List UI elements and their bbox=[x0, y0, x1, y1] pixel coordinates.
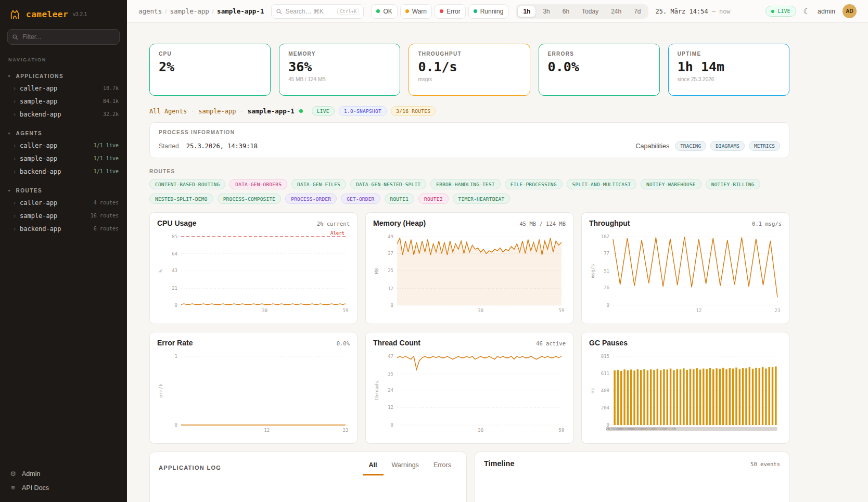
sidebar-item-application[interactable]: › sample-app 84.1k bbox=[0, 95, 127, 108]
svg-text:59: 59 bbox=[343, 308, 349, 313]
svg-text:51: 51 bbox=[604, 268, 609, 274]
breadcrumb-agents[interactable]: agents bbox=[138, 7, 162, 15]
svg-text:102: 102 bbox=[601, 234, 609, 239]
svg-text:43: 43 bbox=[172, 268, 177, 273]
route-chips: CONTENT-BASED-ROUTING DATA-GEN-ORDERS DA… bbox=[149, 179, 789, 204]
sidebar-item-api-docs[interactable]: ≡ API Docs bbox=[9, 484, 118, 492]
daterange-display[interactable]: 25. März 14:54 — now bbox=[656, 8, 731, 15]
chart-card-thread-count: Thread Count 46 active 012243547threads3… bbox=[365, 332, 573, 444]
search-shortcut-kbd: Ctrl+K bbox=[337, 8, 360, 15]
route-chip[interactable]: DATA-GEN-NESTED-SPLIT bbox=[350, 179, 426, 189]
stat-label: UPTIME bbox=[678, 51, 780, 57]
route-chip[interactable]: PROCESS-COMPOSITE bbox=[218, 194, 282, 204]
time-range-button[interactable]: 6h bbox=[557, 6, 575, 17]
stat-label: CPU bbox=[159, 51, 261, 57]
svg-text:Alert: Alert bbox=[330, 230, 344, 236]
moon-icon[interactable]: ☾ bbox=[803, 7, 810, 16]
stat-value: 2% bbox=[159, 59, 261, 74]
chart-title: GC Pauses bbox=[589, 339, 628, 347]
route-chip[interactable]: ROUTE2 bbox=[418, 194, 449, 204]
chart-current-value: 45 MB / 124 MB bbox=[519, 221, 566, 227]
sidebar-item-agent[interactable]: › backend-app 1/1 live bbox=[0, 165, 127, 178]
route-chip[interactable]: DATA-GEN-ORDERS bbox=[229, 179, 287, 189]
sidebar-item-admin[interactable]: ⚙ Admin bbox=[9, 470, 118, 478]
datetime-value: 25. März 14:54 bbox=[656, 8, 708, 15]
section-header-routes[interactable]: ▼ ROUTES bbox=[0, 185, 127, 196]
all-agents-link[interactable]: All Agents bbox=[149, 108, 187, 115]
svg-text:12: 12 bbox=[264, 428, 270, 433]
status-dot-icon bbox=[474, 9, 477, 13]
sidebar-item-agent[interactable]: › caller-app 1/1 live bbox=[0, 139, 127, 152]
app-logo[interactable]: cameleer v3.2.1 bbox=[0, 0, 127, 27]
search-input[interactable]: Search… ⌘K Ctrl+K bbox=[271, 4, 364, 19]
log-tab[interactable]: Errors bbox=[427, 459, 457, 475]
search-icon bbox=[276, 8, 282, 15]
timeline-event-count: 50 events bbox=[750, 461, 780, 467]
topbar-right-cluster: LIVE ☾ admin AD bbox=[765, 4, 857, 18]
footer-label: API Docs bbox=[22, 484, 49, 492]
log-tab[interactable]: All bbox=[363, 459, 384, 475]
charts-grid-row2: Error Rate 0.0% 01err/h1223 Thread Count… bbox=[149, 332, 789, 444]
section-header-agents[interactable]: ▼ AGENTS bbox=[0, 128, 127, 139]
chart-current-value: 0.1 msg/s bbox=[752, 221, 782, 227]
sidebar-item-route[interactable]: › backend-app 6 routes bbox=[0, 222, 127, 235]
svg-text:47: 47 bbox=[388, 354, 393, 359]
time-range-button[interactable]: 24h bbox=[605, 6, 627, 17]
status-filter-chip[interactable]: OK bbox=[371, 4, 397, 19]
capability-chips: TRACING DIAGRAMS METRICS bbox=[675, 141, 780, 151]
sidebar-item-label: caller-app bbox=[20, 199, 57, 207]
sidebar-item-badge: 6 routes bbox=[94, 226, 119, 231]
route-chip[interactable]: PROCESS-ORDER bbox=[285, 194, 337, 204]
chart-title: Throughput bbox=[589, 219, 630, 227]
stat-value: 0.0% bbox=[548, 59, 650, 74]
svg-text:threads: threads bbox=[374, 381, 379, 401]
routes-section: ROUTES CONTENT-BASED-ROUTING DATA-GEN-OR… bbox=[149, 169, 789, 204]
started-label: Started bbox=[159, 143, 179, 150]
sidebar-item-route[interactable]: › sample-app 16 routes bbox=[0, 209, 127, 222]
filter-input[interactable] bbox=[7, 29, 120, 45]
breadcrumb-sample-app[interactable]: sample-app bbox=[170, 7, 209, 15]
chart-title: Error Rate bbox=[157, 339, 193, 347]
stat-label: THROUGHPUT bbox=[418, 51, 520, 57]
status-filter-chip[interactable]: Error bbox=[435, 4, 466, 19]
status-filter-chip[interactable]: Warn bbox=[400, 4, 432, 19]
route-chip[interactable]: NOTIFY-BILLING bbox=[706, 179, 760, 189]
route-chip[interactable]: CONTENT-BASED-ROUTING bbox=[149, 179, 225, 189]
svg-text:%: % bbox=[158, 269, 163, 273]
datetime-suffix: now bbox=[719, 8, 731, 15]
sidebar-item-agent[interactable]: › sample-app 1/1 live bbox=[0, 152, 127, 165]
section-label: APPLICATIONS bbox=[16, 73, 63, 79]
time-range-button[interactable]: 7d bbox=[628, 6, 646, 17]
section-header-applications[interactable]: ▼ APPLICATIONS bbox=[0, 71, 127, 82]
avatar[interactable]: AD bbox=[843, 4, 857, 18]
svg-text:59: 59 bbox=[559, 308, 565, 313]
status-dot-icon bbox=[440, 9, 443, 13]
sidebar-item-route[interactable]: › caller-app 4 routes bbox=[0, 196, 127, 209]
breadcrumb: agents / sample-app / sample-app-1 bbox=[138, 7, 264, 15]
route-chip[interactable]: SPLIT-AND-MULTICAST bbox=[567, 179, 636, 189]
chevron-right-icon: › bbox=[14, 156, 16, 162]
route-chip[interactable]: NESTED-SPLIT-DEMO bbox=[149, 194, 213, 204]
route-chip[interactable]: DATA-GEN-FILES bbox=[291, 179, 346, 189]
route-chip[interactable]: TIMER-HEARTBEAT bbox=[453, 194, 510, 204]
route-chip[interactable]: ERROR-HANDLING-TEST bbox=[430, 179, 500, 189]
time-range-button[interactable]: Today bbox=[576, 6, 604, 17]
user-menu[interactable]: admin bbox=[818, 8, 835, 15]
status-filter-chip[interactable]: Running bbox=[468, 4, 509, 19]
log-tabs: All Warnings Errors bbox=[363, 459, 457, 475]
live-toggle[interactable]: LIVE bbox=[765, 6, 796, 17]
sidebar-item-application[interactable]: › caller-app 10.7k bbox=[0, 82, 127, 95]
route-chip[interactable]: FILE-PROCESSING bbox=[505, 179, 563, 189]
agent-app-link[interactable]: sample-app bbox=[198, 108, 236, 115]
route-chip[interactable]: ROUTE1 bbox=[385, 194, 415, 204]
stat-value: 0.1/s bbox=[418, 59, 520, 74]
dashboard-content: CPU 2% MEMORY 36% 45 MB / 124 MB THROUGH… bbox=[127, 23, 868, 502]
gc-pauses-chart: 0204408611815ms2026000000000000000000000… bbox=[589, 349, 782, 433]
error-rate-chart: 01err/h1223 bbox=[157, 349, 350, 433]
route-chip[interactable]: NOTIFY-WAREHOUSE bbox=[641, 179, 701, 189]
sidebar-item-application[interactable]: › backend-app 32.2k bbox=[0, 108, 127, 121]
log-tab[interactable]: Warnings bbox=[386, 459, 425, 475]
time-range-button[interactable]: 3h bbox=[537, 6, 555, 17]
route-chip[interactable]: GET-ORDER bbox=[341, 194, 380, 204]
time-range-button[interactable]: 1h bbox=[517, 6, 536, 17]
